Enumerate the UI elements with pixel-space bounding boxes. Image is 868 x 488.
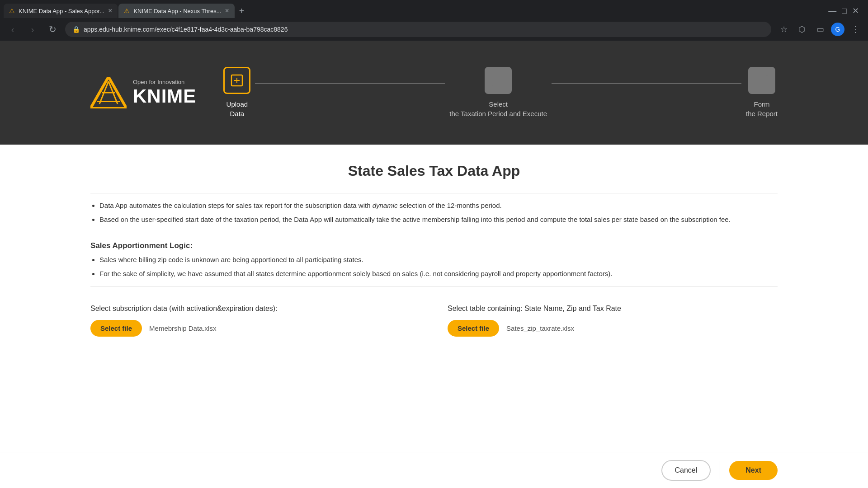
- back-button[interactable]: ‹: [5, 22, 20, 37]
- logo-tagline: Open for Innovation: [133, 79, 196, 85]
- tab-2[interactable]: ⚠ KNIME Data App - Nexus Thres... ×: [118, 4, 234, 18]
- window-controls: — □ ✕: [828, 6, 864, 16]
- file-section: Select subscription data (with activatio…: [90, 305, 778, 337]
- step-2: Selectthe Taxation Period and Execute: [449, 67, 547, 118]
- step-3-label: Formthe Report: [746, 99, 778, 118]
- address-bar-row: ‹ › ↻ 🔒 apps.edu-hub.knime.com/exec/c4f1…: [0, 18, 868, 41]
- stepper: UploadData Selectthe Taxation Period and…: [223, 67, 778, 118]
- file-name-1: Memebrship Data.xlsx: [149, 324, 216, 332]
- step-3: Formthe Report: [746, 67, 778, 118]
- file-group-1-label: Select subscription data (with activatio…: [90, 305, 420, 313]
- logic-bullet-1: Sales where billing zip code is unknown …: [99, 255, 778, 265]
- tab-bar: ⚠ KNIME Data App - Sales Appor... × ⚠ KN…: [0, 0, 868, 18]
- step-2-circle: [485, 67, 512, 94]
- page-title: State Sales Tax Data App: [90, 163, 778, 179]
- logic-bullet-2: For the sake of simplicity, we have assu…: [99, 269, 778, 279]
- lock-icon: 🔒: [72, 26, 80, 33]
- tab-1-label: KNIME Data App - Sales Appor...: [19, 8, 104, 14]
- knime-logo-icon: [90, 77, 127, 108]
- menu-icon[interactable]: ⋮: [848, 22, 863, 37]
- cancel-button[interactable]: Cancel: [661, 460, 711, 481]
- tab-1-icon: ⚠: [9, 7, 15, 14]
- select-file-button-1[interactable]: Select file: [90, 320, 142, 337]
- intro-bullet-1: Data App automates the calculation steps…: [99, 201, 778, 211]
- step-1-label: UploadData: [226, 99, 248, 118]
- file-input-row-2: Select file Sates_zip_taxrate.xlsx: [448, 320, 778, 337]
- intro-bullets: Data App automates the calculation steps…: [90, 201, 778, 225]
- section-title: Sales Apportionment Logic:: [90, 241, 778, 250]
- toolbar-icons: ☆ ⬡ ▭ G ⋮: [777, 22, 863, 37]
- extensions-icon[interactable]: ⬡: [795, 22, 809, 37]
- file-group-2-label: Select table containing: State Name, Zip…: [448, 305, 778, 313]
- minimize-button[interactable]: —: [828, 6, 836, 16]
- file-name-2: Sates_zip_taxrate.xlsx: [506, 324, 574, 332]
- step-2-label: Selectthe Taxation Period and Execute: [449, 99, 547, 118]
- forward-button[interactable]: ›: [25, 22, 40, 37]
- tab-1[interactable]: ⚠ KNIME Data App - Sales Appor... ×: [4, 4, 118, 18]
- step-connector-2: [552, 83, 741, 84]
- intro-bullet-2: Based on the user-specified start date o…: [99, 215, 778, 225]
- stepper-items: UploadData Selectthe Taxation Period and…: [223, 67, 778, 118]
- select-file-button-2[interactable]: Select file: [448, 320, 499, 337]
- svg-rect-8: [493, 75, 504, 86]
- app-container: Open for Innovation KNIME UploadData: [0, 41, 868, 488]
- step-1-circle: [223, 67, 250, 94]
- app-header: Open for Innovation KNIME UploadData: [0, 41, 868, 145]
- divider-vertical: [720, 461, 720, 479]
- logo-name: KNIME: [133, 85, 196, 107]
- next-button[interactable]: Next: [729, 461, 778, 480]
- sidebar-icon[interactable]: ▭: [813, 22, 827, 37]
- step-3-circle: [748, 67, 775, 94]
- new-tab-button[interactable]: +: [236, 4, 248, 18]
- divider-1: [90, 193, 778, 193]
- star-icon[interactable]: ☆: [777, 22, 791, 37]
- file-input-row-1: Select file Memebrship Data.xlsx: [90, 320, 420, 337]
- tab-1-close[interactable]: ×: [108, 7, 112, 15]
- logic-bullets: Sales where billing zip code is unknown …: [90, 255, 778, 279]
- maximize-button[interactable]: □: [842, 6, 847, 16]
- file-group-2: Select table containing: State Name, Zip…: [448, 305, 778, 337]
- profile-icon[interactable]: G: [831, 23, 844, 36]
- reload-button[interactable]: ↻: [45, 22, 60, 37]
- tab-2-label: KNIME Data App - Nexus Thres...: [133, 8, 221, 14]
- tab-2-close[interactable]: ×: [225, 7, 229, 15]
- divider-2: [90, 232, 778, 232]
- close-button[interactable]: ✕: [852, 6, 859, 16]
- step-1: UploadData: [223, 67, 250, 118]
- svg-rect-9: [756, 75, 767, 86]
- tab-2-icon: ⚠: [124, 7, 130, 14]
- address-bar[interactable]: 🔒 apps.edu-hub.knime.com/exec/c4f1e817-f…: [65, 22, 771, 37]
- step-connector-1: [255, 83, 445, 84]
- browser-chrome: ⚠ KNIME Data App - Sales Appor... × ⚠ KN…: [0, 0, 868, 41]
- file-group-1: Select subscription data (with activatio…: [90, 305, 420, 337]
- logo-text-area: Open for Innovation KNIME: [133, 79, 196, 107]
- divider-3: [90, 286, 778, 286]
- logo-area: Open for Innovation KNIME: [90, 77, 196, 108]
- bottom-bar: Cancel Next: [0, 452, 868, 488]
- content-area: State Sales Tax Data App Data App automa…: [0, 145, 868, 488]
- url-text: apps.edu-hub.knime.com/exec/c4f1e817-faa…: [84, 26, 764, 33]
